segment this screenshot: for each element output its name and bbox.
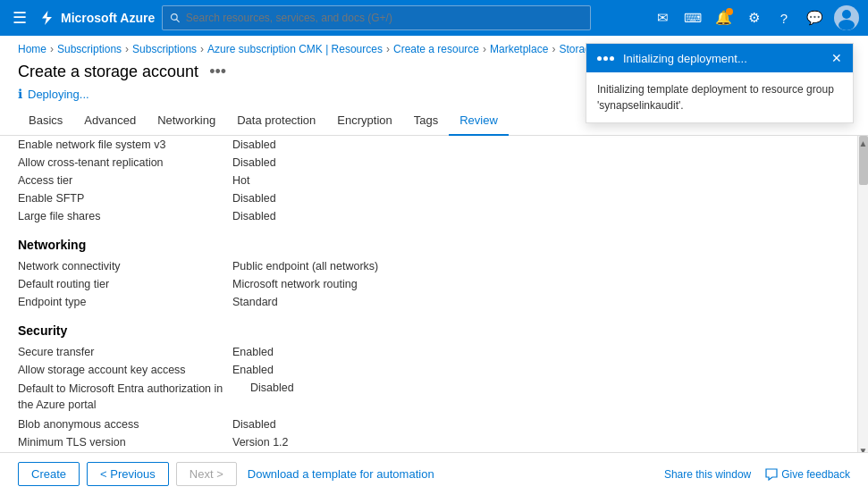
breadcrumb-sep-0: › [50, 43, 54, 55]
prop-row-entra-auth: Default to Microsoft Entra authorization… [18, 379, 841, 415]
prop-value-endpoint-type: Standard [232, 296, 278, 308]
breadcrumb-cmk[interactable]: Azure subscription CMK | Resources [207, 43, 383, 55]
prop-value-access-tier: Hot [232, 174, 249, 187]
azure-logo-icon [38, 9, 55, 27]
svg-point-2 [842, 10, 851, 19]
info-circle-icon: ℹ [18, 87, 22, 101]
prop-label-key-access: Allow storage account key access [18, 364, 232, 376]
search-box [162, 5, 591, 30]
azure-logo: Microsoft Azure [38, 9, 155, 27]
section-header-security: Security [18, 323, 841, 338]
notification-dots [597, 56, 614, 61]
avatar[interactable] [834, 5, 859, 30]
breadcrumb-sep-1: › [125, 43, 129, 55]
prop-row-nfsv3: Enable network file system v3 Disabled [18, 136, 841, 154]
svg-point-0 [172, 14, 178, 21]
settings-icon[interactable]: ⚙ [739, 4, 768, 32]
prop-row-access-tier: Access tier Hot [18, 172, 841, 189]
prop-label-nfsv3: Enable network file system v3 [18, 138, 232, 151]
notification-close-icon[interactable]: ✕ [831, 51, 842, 65]
prop-value-sftp: Disabled [232, 192, 276, 205]
breadcrumb-create-resource[interactable]: Create a resource [393, 43, 479, 55]
prop-label-routing-tier: Default routing tier [18, 278, 232, 290]
tab-review[interactable]: Review [449, 106, 509, 136]
breadcrumb-sep-5: › [552, 43, 555, 55]
prop-value-key-access: Enabled [232, 364, 274, 376]
tab-networking[interactable]: Networking [147, 106, 226, 136]
prop-label-access-tier: Access tier [18, 174, 232, 187]
prop-value-routing-tier: Microsoft network routing [232, 278, 358, 290]
scrollbar-track[interactable]: ▲ ▼ [857, 136, 868, 457]
section-advanced-props: Enable network file system v3 Disabled A… [18, 136, 841, 225]
prop-value-network-conn: Public endpoint (all networks) [232, 260, 378, 273]
svg-point-3 [839, 20, 855, 30]
prop-row-tls-version: Minimum TLS version Version 1.2 [18, 433, 841, 451]
prop-row-blob-access: Blob anonymous access Disabled [18, 415, 841, 433]
deploying-status: Deploying... [28, 88, 89, 101]
breadcrumb-sep-2: › [200, 43, 204, 55]
cloud-shell-icon[interactable]: ⌨ [678, 4, 707, 32]
section-security: Security Secure transfer Enabled Allow s… [18, 323, 841, 457]
help-icon[interactable]: ? [770, 4, 798, 32]
breadcrumb-sep-3: › [386, 43, 390, 55]
hamburger-icon[interactable]: ☰ [9, 4, 30, 31]
search-icon [170, 13, 181, 23]
azure-logo-text: Microsoft Azure [61, 11, 155, 25]
prop-label-blob-access: Blob anonymous access [18, 418, 232, 431]
breadcrumb-home[interactable]: Home [18, 43, 46, 55]
tab-basics[interactable]: Basics [18, 106, 73, 136]
notification-body: Initializing template deployment to reso… [586, 72, 853, 122]
section-networking: Networking Network connectivity Public e… [18, 238, 841, 311]
breadcrumb-marketplace[interactable]: Marketplace [490, 43, 548, 55]
footer: Create < Previous Next > Download a temp… [0, 452, 868, 457]
notification-title: Initializing deployment... [623, 52, 826, 65]
tab-encryption[interactable]: Encryption [326, 106, 402, 136]
prop-value-tls-version: Version 1.2 [232, 436, 289, 449]
notification-badge [726, 8, 733, 15]
prop-row-secure-transfer: Secure transfer Enabled [18, 343, 841, 361]
search-input[interactable] [186, 12, 583, 24]
svg-line-1 [177, 20, 180, 22]
tab-tags[interactable]: Tags [403, 106, 449, 136]
dot-1 [597, 56, 602, 61]
nav-icons-group: ✉ ⌨ 🔔 ⚙ ? 💬 [648, 4, 859, 32]
prop-value-blob-access: Disabled [232, 418, 276, 431]
notification-header: Initializing deployment... ✕ [586, 44, 853, 72]
prop-label-network-conn: Network connectivity [18, 260, 232, 273]
prop-row-network-connectivity: Network connectivity Public endpoint (al… [18, 257, 841, 275]
tab-advanced[interactable]: Advanced [73, 106, 147, 136]
prop-value-entra-auth: Disabled [232, 382, 294, 394]
prop-label-cross-tenant: Allow cross-tenant replication [18, 156, 232, 169]
prop-value-cross-tenant: Disabled [232, 156, 276, 169]
prop-value-secure-transfer: Enabled [232, 346, 274, 358]
main-content: Enable network file system v3 Disabled A… [0, 136, 868, 457]
prop-row-routing-tier: Default routing tier Microsoft network r… [18, 275, 841, 293]
prop-value-nfsv3: Disabled [232, 138, 276, 151]
tab-data-protection[interactable]: Data protection [226, 106, 326, 136]
scroll-up-arrow[interactable]: ▲ [858, 136, 868, 150]
content-area: Enable network file system v3 Disabled A… [0, 136, 868, 457]
prop-label-tls-version: Minimum TLS version [18, 436, 232, 449]
dot-3 [610, 56, 614, 61]
notification-popup: Initializing deployment... ✕ Initializin… [586, 43, 854, 123]
top-navigation: ☰ Microsoft Azure ✉ ⌨ 🔔 ⚙ ? 💬 [0, 0, 868, 36]
email-icon[interactable]: ✉ [648, 4, 677, 32]
more-options-icon[interactable]: ••• [209, 63, 226, 81]
prop-row-cross-tenant: Allow cross-tenant replication Disabled [18, 154, 841, 172]
avatar-icon [834, 5, 859, 30]
prop-value-large-shares: Disabled [232, 210, 276, 222]
prop-label-sftp: Enable SFTP [18, 192, 232, 205]
breadcrumb-subscriptions1[interactable]: Subscriptions [57, 43, 122, 55]
prop-label-secure-transfer: Secure transfer [18, 346, 232, 358]
prop-row-large-shares: Large file shares Disabled [18, 207, 841, 225]
breadcrumb-sep-4: › [483, 43, 486, 55]
prop-row-sftp: Enable SFTP Disabled [18, 189, 841, 207]
section-header-networking: Networking [18, 238, 841, 252]
prop-label-large-shares: Large file shares [18, 210, 232, 222]
feedback-icon[interactable]: 💬 [800, 4, 829, 32]
breadcrumb-subscriptions2[interactable]: Subscriptions [132, 43, 197, 55]
prop-row-key-access: Allow storage account key access Enabled [18, 361, 841, 379]
notifications-icon[interactable]: 🔔 [709, 4, 737, 32]
prop-label-endpoint-type: Endpoint type [18, 296, 232, 308]
prop-label-entra-auth: Default to Microsoft Entra authorization… [18, 382, 232, 413]
